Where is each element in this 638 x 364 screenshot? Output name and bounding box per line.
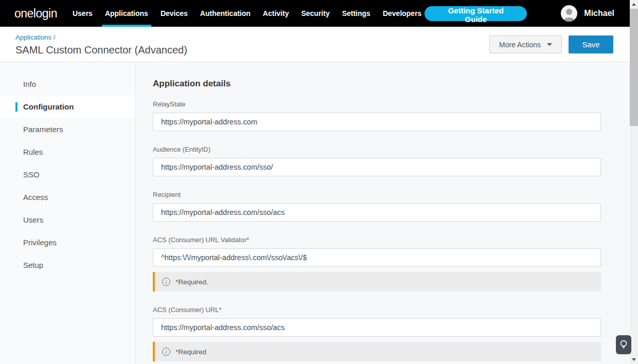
sidebar-item-label: Info	[23, 80, 36, 88]
sidebar-item-setup[interactable]: Setup	[0, 254, 135, 277]
sidebar-item-label: SSO	[23, 170, 40, 179]
sidebar-item-label: Access	[23, 193, 48, 202]
required-note: i*Required.	[153, 272, 601, 292]
field-label: Audience (EntityID)	[153, 145, 601, 153]
sidebar-item-users[interactable]: Users	[0, 209, 135, 231]
sidebar-item-label: Users	[23, 215, 43, 224]
info-icon: i	[162, 348, 170, 356]
sidebar-item-parameters[interactable]: Parameters	[0, 118, 135, 141]
field-label: ACS (Consumer) URL Validator*	[153, 236, 601, 244]
field-label: RelayState	[153, 100, 601, 108]
section-heading: Application details	[153, 79, 601, 89]
field-label: ACS (Consumer) URL*	[153, 306, 601, 314]
getting-started-guide-button[interactable]: Getting Started Guide	[424, 6, 527, 21]
nav-item-settings[interactable]: Settings	[339, 0, 374, 27]
nav-right-cluster: Getting Started Guide Michael	[424, 5, 614, 22]
scrollbar-down-arrow[interactable]	[630, 355, 638, 364]
page-header: Applications / SAML Custom Connector (Ad…	[0, 27, 630, 62]
help-button[interactable]	[616, 335, 631, 354]
field-input-relaystate[interactable]	[153, 113, 601, 131]
nav-item-security[interactable]: Security	[298, 0, 332, 27]
sidebar-item-label: Parameters	[23, 125, 63, 134]
user-name[interactable]: Michael	[584, 9, 614, 18]
avatar-person-icon	[566, 9, 572, 15]
nav-item-users[interactable]: Users	[69, 0, 96, 27]
more-actions-button[interactable]: More Actions	[489, 35, 562, 53]
required-note-text: *Required.	[175, 278, 208, 286]
nav-item-authentication[interactable]: Authentication	[197, 0, 254, 27]
primary-nav: UsersApplicationsDevicesAuthenticationAc…	[69, 0, 424, 27]
required-note: i*Required	[153, 342, 601, 361]
sidebar-item-label: Setup	[23, 261, 43, 269]
form-field-acs-consumer-url-validator: ACS (Consumer) URL Validator*i*Required.	[153, 236, 601, 292]
form-field-relaystate: RelayState	[153, 100, 601, 131]
vertical-scrollbar	[630, 0, 638, 364]
sidebar-item-label: Rules	[23, 148, 43, 156]
form-field-acs-consumer-url: ACS (Consumer) URL*i*Required	[153, 306, 601, 361]
user-avatar[interactable]	[561, 5, 577, 22]
breadcrumb[interactable]: Applications /	[15, 33, 55, 41]
field-input-acs-consumer-url-validator[interactable]	[153, 248, 601, 267]
field-label: Recipient	[153, 191, 601, 198]
save-button[interactable]: Save	[569, 35, 613, 53]
form-field-audience-entityid: Audience (EntityID)	[153, 145, 601, 176]
header-actions: More Actions Save	[489, 35, 613, 53]
active-item-indicator	[15, 102, 17, 112]
onelogin-logo: onelogin	[14, 0, 57, 27]
sidebar-item-rules[interactable]: Rules	[0, 141, 135, 163]
field-input-acs-consumer-url[interactable]	[153, 318, 601, 337]
sidebar-item-label: Privileges	[23, 238, 57, 247]
form-field-recipient: Recipient	[153, 191, 601, 222]
field-input-audience-entityid[interactable]	[153, 158, 601, 176]
field-input-recipient[interactable]	[153, 203, 601, 222]
avatar-person-icon	[563, 17, 575, 22]
scrollbar-up-arrow[interactable]	[630, 0, 638, 9]
more-actions-label: More Actions	[499, 41, 541, 49]
nav-item-applications[interactable]: Applications	[102, 0, 151, 27]
scrollbar-thumb[interactable]	[630, 9, 638, 126]
info-icon: i	[162, 278, 170, 286]
nav-item-devices[interactable]: Devices	[157, 0, 191, 27]
top-nav-bar: onelogin UsersApplicationsDevicesAuthent…	[0, 0, 630, 27]
settings-sidebar: InfoConfigurationParametersRulesSSOAcces…	[0, 63, 136, 364]
sidebar-item-configuration[interactable]: Configuration	[0, 96, 135, 118]
sidebar-item-privileges[interactable]: Privileges	[0, 231, 135, 254]
application-details-form: RelayStateAudience (EntityID)RecipientAC…	[153, 100, 601, 361]
main-content: Application details RelayStateAudience (…	[136, 63, 630, 364]
lightbulb-icon	[620, 340, 627, 350]
sidebar-item-label: Configuration	[23, 102, 74, 111]
sidebar-item-info[interactable]: Info	[0, 73, 135, 96]
required-note-text: *Required	[175, 348, 206, 356]
chevron-down-icon	[547, 43, 552, 46]
nav-item-developers[interactable]: Developers	[380, 0, 424, 27]
sidebar-item-access[interactable]: Access	[0, 186, 135, 209]
nav-item-activity[interactable]: Activity	[260, 0, 292, 27]
sidebar-item-sso[interactable]: SSO	[0, 163, 135, 186]
